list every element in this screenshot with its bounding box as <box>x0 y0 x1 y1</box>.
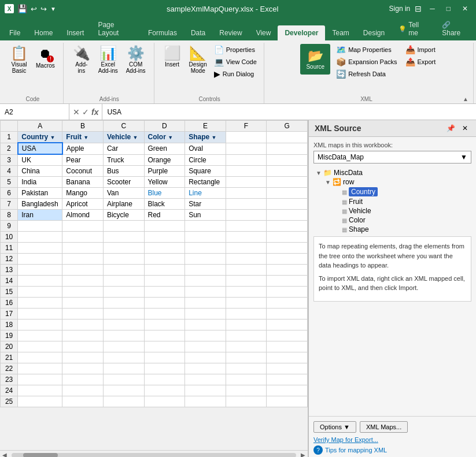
view-code-btn[interactable]: 💻 View Code <box>212 56 259 68</box>
col-header-g[interactable]: G <box>267 121 308 132</box>
minimize-btn[interactable]: ─ <box>426 3 438 14</box>
cell-c6[interactable]: Van <box>103 188 144 199</box>
cell-g3[interactable] <box>267 154 308 166</box>
cell-f6[interactable] <box>226 188 267 199</box>
cell-e5[interactable]: Rectangle <box>185 177 226 188</box>
com-addins-btn[interactable]: ⚙️ COMAdd-ins <box>123 44 149 76</box>
cell-e1[interactable]: Shape ▼ <box>185 132 226 143</box>
cell-g7[interactable] <box>267 199 308 210</box>
cell-g1[interactable] <box>267 132 308 143</box>
ribbon-toggle[interactable]: ⊟ <box>415 4 422 13</box>
cell-a2[interactable]: USA <box>18 143 62 154</box>
cell-g2[interactable] <box>267 143 308 154</box>
scroll-left-btn[interactable]: ◀ <box>0 452 9 457</box>
cell-a1[interactable]: Country ▼ <box>18 132 62 143</box>
cell-a8[interactable]: Iran <box>18 210 62 221</box>
tab-design[interactable]: Design <box>356 25 392 40</box>
tree-node-country[interactable]: ▦ Country <box>334 187 471 197</box>
tree-node-vehicle[interactable]: ▦ Vehicle <box>334 206 471 216</box>
properties-btn[interactable]: 📄 Properties <box>212 44 259 55</box>
export-btn[interactable]: 📤 Export <box>403 56 438 68</box>
col-header-d[interactable]: D <box>144 121 185 132</box>
cell-a7[interactable]: Bangladesh <box>18 199 62 210</box>
cell-g8[interactable] <box>267 210 308 221</box>
tab-page-layout[interactable]: Page Layout <box>91 17 141 40</box>
cell-c3[interactable]: Truck <box>103 154 144 166</box>
addins-btn[interactable]: 🔌 Add-ins <box>69 44 94 76</box>
cell-b1[interactable]: Fruit ▼ <box>62 132 104 143</box>
tree-node-fruit[interactable]: ▦ Fruit <box>334 197 471 206</box>
design-mode-btn[interactable]: 📐 DesignMode <box>186 44 211 76</box>
run-dialog-btn[interactable]: ▶ Run Dialog <box>212 68 259 80</box>
close-btn[interactable]: ✕ <box>459 3 471 14</box>
function-icon[interactable]: fx <box>91 107 98 117</box>
tab-formulas[interactable]: Formulas <box>141 25 184 40</box>
tips-row[interactable]: ? Tips for mapping XML <box>313 445 471 455</box>
cell-a3[interactable]: UK <box>18 154 62 166</box>
tree-node-row[interactable]: ▼ 🔁 row <box>325 177 471 187</box>
tab-developer[interactable]: Developer <box>278 25 325 40</box>
cell-b2[interactable]: Apple <box>62 143 104 154</box>
excel-addins-btn[interactable]: 📊 ExcelAdd-ins <box>95 44 121 76</box>
cell-f5[interactable] <box>226 177 267 188</box>
cell-f3[interactable] <box>226 154 267 166</box>
tab-view[interactable]: View <box>249 25 278 40</box>
panel-close-btn[interactable]: ✕ <box>460 124 470 133</box>
options-btn[interactable]: Options ▼ <box>313 421 356 433</box>
cell-d6[interactable]: Blue <box>144 188 185 199</box>
cell-g6[interactable] <box>267 188 308 199</box>
cell-f8[interactable] <box>226 210 267 221</box>
cell-b6[interactable]: Mango <box>62 188 104 199</box>
cell-f4[interactable] <box>226 166 267 177</box>
cell-f2[interactable] <box>226 143 267 154</box>
cell-c1[interactable]: Vehicle ▼ <box>103 132 144 143</box>
cell-c4[interactable]: Bus <box>103 166 144 177</box>
cell-g4[interactable] <box>267 166 308 177</box>
cell-a6[interactable]: Pakistan <box>18 188 62 199</box>
cell-b8[interactable]: Almond <box>62 210 104 221</box>
cell-e6[interactable]: Line <box>185 188 226 199</box>
cell-c2[interactable]: Car <box>103 143 144 154</box>
cell-d4[interactable]: Purple <box>144 166 185 177</box>
visual-basic-btn[interactable]: 📋 VisualBasic <box>7 44 31 76</box>
sheet-container[interactable]: A B C D E F G 1 Country ▼ Fruit ▼ <box>0 120 308 450</box>
cell-f7[interactable] <box>226 199 267 210</box>
scroll-thumb[interactable] <box>23 453 58 458</box>
cell-e7[interactable]: Star <box>185 199 226 210</box>
save-icon[interactable]: 💾 <box>17 4 27 13</box>
cell-e4[interactable]: Square <box>185 166 226 177</box>
source-btn[interactable]: 📂 Source <box>300 44 330 75</box>
tab-team[interactable]: Team <box>325 25 356 40</box>
col-header-e[interactable]: E <box>185 121 226 132</box>
cell-d7[interactable]: Black <box>144 199 185 210</box>
col-header-a[interactable]: A <box>18 121 62 132</box>
cell-d8[interactable]: Red <box>144 210 185 221</box>
scroll-track[interactable] <box>12 453 296 458</box>
cell-c5[interactable]: Scooter <box>103 177 144 188</box>
refresh-data-btn[interactable]: 🔄 Refresh Data <box>334 68 399 80</box>
import-btn[interactable]: 📥 Import <box>403 44 438 55</box>
cell-b5[interactable]: Banana <box>62 177 104 188</box>
cell-d1[interactable]: Color ▼ <box>144 132 185 143</box>
tab-share[interactable]: 🔗 Share <box>435 17 476 40</box>
scroll-right-btn[interactable]: ▶ <box>298 452 308 457</box>
panel-pin-btn[interactable]: 📌 <box>444 124 457 133</box>
cell-b7[interactable]: Apricot <box>62 199 104 210</box>
cell-d5[interactable]: Yellow <box>144 177 185 188</box>
confirm-formula-icon[interactable]: ✓ <box>82 107 89 117</box>
cell-d2[interactable]: Green <box>144 143 185 154</box>
col-header-f[interactable]: F <box>226 121 267 132</box>
cell-b4[interactable]: Coconut <box>62 166 104 177</box>
tab-tell-me[interactable]: 💡 Tell me <box>392 17 435 40</box>
tree-node-shape[interactable]: ▦ Shape <box>334 225 471 234</box>
cancel-formula-icon[interactable]: ✕ <box>73 107 80 117</box>
cell-c8[interactable]: Bicycle <box>103 210 144 221</box>
tab-data[interactable]: Data <box>184 25 212 40</box>
tree-node-color[interactable]: ▦ Color <box>334 216 471 225</box>
cell-a5[interactable]: India <box>18 177 62 188</box>
cell-e8[interactable]: Sun <box>185 210 226 221</box>
sign-in-btn[interactable]: Sign in <box>389 5 411 13</box>
col-header-b[interactable]: B <box>62 121 104 132</box>
tab-insert[interactable]: Insert <box>60 25 91 40</box>
cell-a4[interactable]: China <box>18 166 62 177</box>
